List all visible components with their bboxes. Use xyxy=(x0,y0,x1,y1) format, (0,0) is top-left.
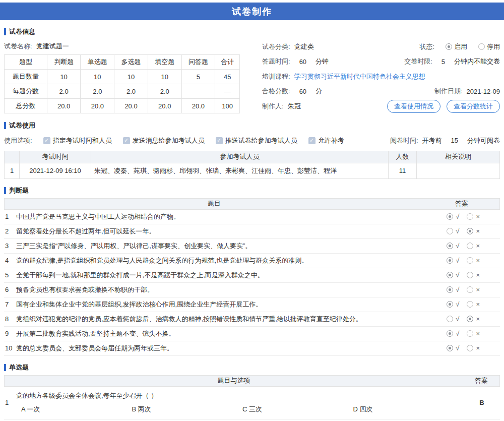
answer-false-radio[interactable] xyxy=(467,286,473,293)
summary-cell: — xyxy=(215,84,240,99)
answer-time-unit: 分钟 xyxy=(316,57,329,66)
col-header-note: 相关说明 xyxy=(417,151,500,163)
answer-true-radio[interactable] xyxy=(447,243,453,249)
course-field: 培训课程: 学习贯彻习近平新时代中国特色社会主义思想 xyxy=(262,72,425,81)
answer-false-radio[interactable] xyxy=(467,330,473,337)
summary-col-header: 判断题 xyxy=(47,55,81,70)
judge-question-row: 8党组织对违犯党的纪律的党员,应本着惩前毖后、治病救人的精神,按照错误性质和情节… xyxy=(4,312,500,327)
answer-true-radio[interactable] xyxy=(447,345,453,351)
summary-row-label: 总分数 xyxy=(5,99,47,113)
answer-true-radio[interactable] xyxy=(447,228,453,234)
pass-score-label: 合格分数: xyxy=(262,87,290,96)
paper-category-label: 试卷分类: xyxy=(262,42,290,51)
create-date-value: 2021-12-09 xyxy=(467,88,500,95)
checkbox-icon[interactable]: ✓ xyxy=(123,137,130,144)
question-number: 7 xyxy=(4,300,16,308)
single-choice-question-row: 1党的地方各级委员会全体会议,每年至少召开（ ）A 一次B 两次C 三次D 四次… xyxy=(4,387,500,419)
false-mark: × xyxy=(476,242,480,250)
question-number: 4 xyxy=(4,257,16,264)
answer-column-header: 答案 xyxy=(463,376,499,385)
usage-option[interactable]: ✓推送试卷给参加考试人员 xyxy=(216,136,297,145)
info-buttons: 查看使用情况 查看分数统计 xyxy=(381,100,500,113)
radio-icon[interactable] xyxy=(478,43,485,50)
answer-radios: √× xyxy=(424,300,500,308)
usage-option[interactable]: ✓指定考试时间和人员 xyxy=(43,136,112,145)
judge-section-title: 判断题 xyxy=(4,186,500,195)
usage-option[interactable]: ✓允许补考 xyxy=(308,136,344,145)
answer-true-radio[interactable] xyxy=(447,330,453,337)
true-mark: √ xyxy=(456,271,459,279)
answer-false-radio[interactable] xyxy=(467,301,473,308)
view-usage-button[interactable]: 查看使用情况 xyxy=(387,100,440,113)
answer-false-radio[interactable] xyxy=(467,257,473,264)
answer-false-radio[interactable] xyxy=(467,345,473,351)
usage-options-list: ✓指定考试时间和人员✓发送消息给参加考试人员✓推送试卷给参加考试人员✓允许补考 xyxy=(43,136,344,145)
judge-questions-section: 判断题 题目 答案 1中国共产党是马克思主义与中国工人运动相结合的产物。√×2留… xyxy=(4,186,500,356)
judge-question-row: 10党的总支委员会、支部委员会每届任期为两年或三年。√× xyxy=(4,341,500,356)
course-link[interactable]: 学习贯彻习近平新时代中国特色社会主义思想 xyxy=(294,72,425,81)
judge-question-row: 5全党干部每到一地,就和那里的群众打成一片,不是高踞于群众之上,而是深入群众之中… xyxy=(4,268,500,283)
summary-cell: 10 xyxy=(47,70,81,84)
usage-option-label: 发送消息给参加考试人员 xyxy=(133,136,205,145)
submit-limit-label: 交卷时限: xyxy=(404,57,432,66)
usage-option-label: 推送试卷给参加考试人员 xyxy=(225,136,297,145)
question-text: 预备党员也有权要求罢免或撤换不称职的干部。 xyxy=(16,285,424,294)
col-header-time: 考试时间 xyxy=(20,151,91,163)
status-disabled-option[interactable]: 停用 xyxy=(478,42,500,51)
question-text: 党的总支委员会、支部委员会每届任期为两年或三年。 xyxy=(16,344,424,353)
view-stats-button[interactable]: 查看分数统计 xyxy=(447,100,500,113)
checkbox-icon[interactable]: ✓ xyxy=(216,137,223,144)
answer-true-radio[interactable] xyxy=(447,316,453,322)
creator-field: 制作人: 朱冠 xyxy=(262,102,301,111)
top-header-bar: 试卷制作 xyxy=(0,3,504,20)
answer-time-field: 答题时间: 60 分钟 xyxy=(262,57,329,66)
exam-paper-page: 试卷制作 试卷信息 试卷名称: 党建试题一 题型判断题单选题多选题填空题问答题合… xyxy=(0,0,504,421)
answer-radios: √× xyxy=(424,330,500,337)
answer-true-radio[interactable] xyxy=(447,213,453,220)
section-marker-icon xyxy=(4,187,6,194)
question-number: 5 xyxy=(4,271,16,279)
false-mark: × xyxy=(476,257,480,264)
answer-false-radio[interactable] xyxy=(467,316,473,322)
question-number: 6 xyxy=(4,286,16,293)
judge-question-list: 1中国共产党是马克思主义与中国工人运动相结合的产物。√×2留党察看处分最长不超过… xyxy=(4,210,500,356)
usage-option[interactable]: ✓发送消息给参加考试人员 xyxy=(123,136,205,145)
judge-table-header: 题目 答案 xyxy=(4,198,500,210)
summary-cell: 2.0 xyxy=(81,84,114,99)
answer-true-radio[interactable] xyxy=(447,272,453,278)
summary-cell: 45 xyxy=(215,70,240,84)
summary-cell: 2.0 xyxy=(148,84,181,99)
section-title-text: 单选题 xyxy=(9,363,29,372)
summary-row-label: 题目数量 xyxy=(5,70,47,84)
exam-schedule-header-row: 考试时间 参加考试人员 人数 相关说明 xyxy=(5,151,500,163)
answer-false-radio[interactable] xyxy=(467,213,473,220)
answer-true-radio[interactable] xyxy=(447,301,453,308)
checkbox-icon[interactable]: ✓ xyxy=(43,137,50,144)
question-body: 党的地方各级委员会全体会议,每年至少召开（ ）A 一次B 两次C 三次D 四次 xyxy=(16,389,464,416)
checkbox-icon[interactable]: ✓ xyxy=(308,137,316,144)
status-field: 状态: 启用 停用 xyxy=(419,42,500,51)
false-mark: × xyxy=(476,227,480,235)
judge-question-row: 3三严三实是指“严以修身、严以用权、严以律己,谋事要实、创业要实、做人要实”。√… xyxy=(4,239,500,254)
create-date-label: 制作日期: xyxy=(434,87,463,96)
false-mark: × xyxy=(476,330,480,337)
answer-false-radio[interactable] xyxy=(467,228,473,234)
true-mark: √ xyxy=(456,300,459,308)
status-enabled-option[interactable]: 启用 xyxy=(446,42,467,51)
radio-icon[interactable] xyxy=(446,43,452,50)
course-label: 培训课程: xyxy=(262,72,290,81)
creator-label: 制作人: xyxy=(262,102,284,111)
answer-false-radio[interactable] xyxy=(467,243,473,249)
question-text: 中国共产党是马克思主义与中国工人运动相结合的产物。 xyxy=(16,212,424,221)
summary-cell: 20.0 xyxy=(148,99,181,113)
question-text: 党的地方各级委员会全体会议,每年至少召开（ ） xyxy=(16,389,464,403)
submit-limit-suffix: 分钟内不能交卷 xyxy=(454,57,500,66)
answer-false-radio[interactable] xyxy=(467,272,473,278)
answer-time-label: 答题时间: xyxy=(262,57,290,66)
answer-true-radio[interactable] xyxy=(447,286,453,293)
paper-info-right: 试卷分类: 党建类 状态: 启用 停用 xyxy=(241,39,500,114)
section-marker-icon xyxy=(4,28,6,35)
schedule-row-participants: 朱冠、凌秦、苑琪、骆雨杉、邱翎羽、张璘、来彬爽、江佳雨、午忠、彭莹洁、程洋 xyxy=(91,163,389,178)
paper-category-field: 试卷分类: 党建类 xyxy=(262,42,314,51)
answer-true-radio[interactable] xyxy=(447,257,453,264)
